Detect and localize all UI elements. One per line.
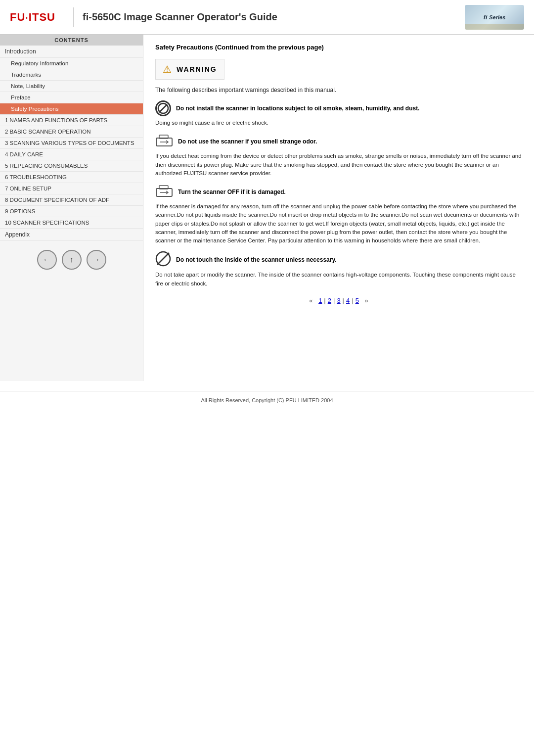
sidebar-contents-header: CONTENTS [0, 35, 143, 46]
precaution-no-touch-header: Do not touch the inside of the scanner u… [155, 251, 522, 268]
nav-next-button[interactable]: → [87, 250, 106, 270]
precaution-no-touch: Do not touch the inside of the scanner u… [155, 251, 522, 288]
logo-area: FU•ITSU [10, 11, 64, 24]
scanner-box-icon-2 [155, 184, 173, 200]
precaution-damaged-title: Turn the scanner OFF if it is damaged. [178, 189, 286, 195]
precaution-no-install-header: Do not install the scanner in locations … [155, 100, 522, 116]
warning-label: WARNING [177, 65, 217, 73]
sidebar-item-preface[interactable]: Preface [0, 92, 143, 103]
sidebar-item-ch4[interactable]: 4 DAILY CARE [0, 149, 143, 160]
nav-prev-button[interactable]: ← [37, 250, 57, 270]
no-symbol-svg [157, 102, 169, 114]
precaution-no-install-title: Do not install the scanner in locations … [176, 105, 420, 112]
brand-logo: FU•ITSU [10, 11, 55, 24]
no-touch-icon-svg [155, 251, 171, 267]
precaution-strange-odor-header: Do not use the scanner if you smell stra… [155, 133, 522, 149]
nav-buttons: ← ↑ → [0, 241, 143, 279]
header-divider [73, 7, 74, 27]
warning-box: ⚠ WARNING [155, 59, 224, 80]
precaution-damaged: Turn the scanner OFF if it is damaged. I… [155, 184, 522, 245]
precaution-no-install-body: Doing so might cause a fire or electric … [155, 119, 522, 127]
scanner-icon-svg-2 [155, 184, 173, 198]
pagination-page-3[interactable]: 3 [337, 297, 340, 304]
footer-text: All Rights Reserved, Copyright (C) PFU L… [201, 397, 333, 403]
warning-description: The following describes important warnin… [155, 87, 522, 94]
sidebar-item-introduction[interactable]: Introduction [0, 46, 143, 58]
pagination-next-all[interactable]: » [364, 297, 368, 304]
svg-line-1 [159, 104, 167, 112]
sidebar-item-trademarks[interactable]: Trademarks [0, 69, 143, 81]
scanner-box-icon-1 [155, 133, 173, 149]
sidebar-item-ch10[interactable]: 10 SCANNER SPECIFICATIONS [0, 217, 143, 229]
fi-series-badge: fi Series [465, 5, 524, 30]
content-area: Safety Precautions (Continued from the p… [143, 35, 534, 381]
precaution-strange-odor: Do not use the scanner if you smell stra… [155, 133, 522, 178]
scanner-icon-svg-1 [155, 133, 173, 148]
sidebar-item-ch5[interactable]: 5 REPLACING CONSUMABLES [0, 160, 143, 172]
pagination-page-4[interactable]: 4 [346, 297, 350, 304]
pagination-prev-all[interactable]: « [309, 297, 312, 304]
sidebar-item-appendix[interactable]: Appendix [0, 229, 143, 241]
pagination: « 1 | 2 | 3 | 4 | 5 » [155, 297, 522, 304]
sidebar-item-ch1[interactable]: 1 NAMES AND FUNCTIONS OF PARTS [0, 115, 143, 126]
precaution-strange-odor-body: If you detect heat coming from the devic… [155, 152, 522, 178]
sidebar-item-ch8[interactable]: 8 DOCUMENT SPECIFICATION OF ADF [0, 194, 143, 206]
sidebar-item-ch3[interactable]: 3 SCANNING VARIOUS TYPES OF DOCUMENTS [0, 138, 143, 149]
page-title: fi-5650C Image Scanner Operator's Guide [83, 11, 465, 23]
precaution-damaged-body: If the scanner is damaged for any reason… [155, 202, 522, 245]
precaution-damaged-header: Turn the scanner OFF if it is damaged. [155, 184, 522, 200]
nav-up-button[interactable]: ↑ [62, 250, 82, 270]
header: FU•ITSU fi-5650C Image Scanner Operator'… [0, 0, 534, 35]
no-install-icon [155, 100, 171, 116]
sidebar-item-regulatory[interactable]: Regulatory Information [0, 58, 143, 69]
footer: All Rights Reserved, Copyright (C) PFU L… [0, 391, 534, 409]
sidebar-item-ch7[interactable]: 7 ONLINE SETUP [0, 183, 143, 194]
precaution-no-touch-title: Do not touch the inside of the scanner u… [176, 256, 337, 263]
sidebar-item-ch2[interactable]: 2 BASIC SCANNER OPERATION [0, 126, 143, 138]
sidebar: CONTENTS Introduction Regulatory Informa… [0, 35, 143, 381]
pagination-page-1[interactable]: 1 [318, 297, 322, 304]
precaution-strange-odor-title: Do not use the scanner if you smell stra… [178, 138, 317, 145]
sidebar-item-note-liability[interactable]: Note, Liability [0, 81, 143, 92]
pagination-page-2[interactable]: 2 [328, 297, 331, 304]
precaution-no-install: Do not install the scanner in locations … [155, 100, 522, 127]
main-layout: CONTENTS Introduction Regulatory Informa… [0, 35, 534, 381]
sidebar-item-ch6[interactable]: 6 TROUBLESHOOTING [0, 172, 143, 183]
warning-icon: ⚠ [163, 63, 172, 75]
pagination-page-5[interactable]: 5 [356, 297, 359, 304]
sidebar-item-safety-precautions[interactable]: Safety Precautions [0, 103, 143, 115]
precaution-no-touch-body: Do not take apart or modify the scanner.… [155, 271, 522, 288]
no-touch-icon [155, 251, 171, 268]
content-page-title: Safety Precautions (Continued from the p… [155, 44, 522, 51]
sidebar-item-ch9[interactable]: 9 OPTIONS [0, 206, 143, 217]
svg-line-9 [157, 253, 169, 265]
